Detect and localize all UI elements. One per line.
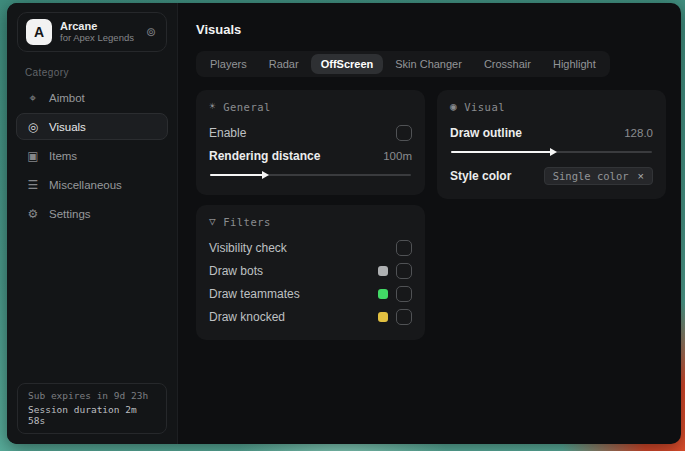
gear-icon: ⚙ bbox=[26, 207, 40, 221]
sidebar-item-settings[interactable]: ⚙ Settings bbox=[16, 200, 168, 227]
visibility-check-checkbox[interactable] bbox=[396, 240, 412, 256]
brand-card: A Arcane for Apex Legends ⊚ bbox=[17, 12, 167, 52]
panel-grid: ☀ General Enable Rendering distance 100m bbox=[196, 90, 666, 340]
category-label: Category bbox=[25, 67, 177, 78]
filters-panel: ▽ Filters Visibility check Draw bots bbox=[196, 205, 425, 340]
left-column: ☀ General Enable Rendering distance 100m bbox=[196, 90, 425, 340]
sidebar-nav: ⌖ Aimbot ◎ Visuals ▣ Items ☰ Miscellaneo… bbox=[7, 84, 177, 227]
draw-knocked-row: Draw knocked bbox=[209, 306, 412, 327]
box-icon: ▣ bbox=[26, 149, 40, 163]
draw-outline-slider[interactable] bbox=[451, 147, 652, 157]
brand-text: Arcane for Apex Legends bbox=[60, 20, 136, 44]
style-color-select[interactable]: Single color × bbox=[544, 167, 653, 185]
sidebar-item-label: Visuals bbox=[49, 121, 86, 133]
general-panel-title: General bbox=[223, 101, 271, 113]
eye-icon: ◉ bbox=[450, 100, 457, 113]
draw-knocked-color-swatch[interactable] bbox=[378, 312, 388, 322]
visual-panel: ◉ Visual Draw outline 128.0 Style color bbox=[437, 90, 666, 199]
funnel-icon: ▽ bbox=[209, 215, 216, 228]
rendering-distance-slider[interactable] bbox=[210, 170, 411, 180]
sidebar: A Arcane for Apex Legends ⊚ Category ⌖ A… bbox=[7, 3, 178, 444]
slider-fill bbox=[451, 151, 552, 153]
tab-players[interactable]: Players bbox=[200, 54, 257, 74]
draw-bots-checkbox[interactable] bbox=[396, 263, 412, 279]
crosshair-icon: ⌖ bbox=[26, 91, 40, 105]
enable-label: Enable bbox=[209, 126, 246, 140]
draw-outline-row: Draw outline 128.0 bbox=[450, 122, 653, 143]
app-subtitle: for Apex Legends bbox=[60, 33, 136, 44]
rendering-distance-value: 100m bbox=[383, 150, 412, 162]
enable-row: Enable bbox=[209, 122, 412, 143]
rendering-distance-row: Rendering distance 100m bbox=[209, 145, 412, 166]
general-panel: ☀ General Enable Rendering distance 100m bbox=[196, 90, 425, 195]
page-title: Visuals bbox=[196, 22, 666, 37]
app-title: Arcane bbox=[60, 20, 136, 33]
tab-skin-changer[interactable]: Skin Changer bbox=[385, 54, 472, 74]
draw-bots-label: Draw bots bbox=[209, 264, 263, 278]
sub-expires-text: Sub expires in 9d 23h bbox=[28, 390, 156, 401]
sun-icon: ☀ bbox=[209, 100, 216, 113]
draw-teammates-checkbox[interactable] bbox=[396, 286, 412, 302]
target-icon[interactable]: ⊚ bbox=[144, 23, 158, 41]
rendering-distance-label: Rendering distance bbox=[209, 149, 320, 163]
app-logo: A bbox=[26, 19, 52, 45]
close-icon[interactable]: × bbox=[638, 170, 644, 182]
style-color-label: Style color bbox=[450, 169, 511, 183]
main-content: Visuals Players Radar OffScreen Skin Cha… bbox=[178, 3, 681, 444]
tab-radar[interactable]: Radar bbox=[259, 54, 309, 74]
style-color-value: Single color bbox=[553, 170, 629, 182]
app-window: A Arcane for Apex Legends ⊚ Category ⌖ A… bbox=[7, 3, 681, 444]
slider-fill bbox=[210, 174, 264, 176]
enable-checkbox[interactable] bbox=[396, 125, 412, 141]
draw-outline-value: 128.0 bbox=[624, 127, 653, 139]
draw-knocked-label: Draw knocked bbox=[209, 310, 285, 324]
sliders-icon: ☰ bbox=[26, 178, 40, 192]
draw-bots-row: Draw bots bbox=[209, 260, 412, 281]
tab-crosshair[interactable]: Crosshair bbox=[474, 54, 541, 74]
scan-eye-icon: ◎ bbox=[26, 120, 40, 134]
sidebar-item-label: Settings bbox=[49, 208, 91, 220]
sidebar-item-miscellaneous[interactable]: ☰ Miscellaneous bbox=[16, 171, 168, 198]
sidebar-item-aimbot[interactable]: ⌖ Aimbot bbox=[16, 84, 168, 111]
tab-offscreen[interactable]: OffScreen bbox=[311, 54, 384, 74]
draw-teammates-row: Draw teammates bbox=[209, 283, 412, 304]
session-duration-text: Session duration 2m 58s bbox=[28, 404, 156, 426]
general-panel-header: ☀ General bbox=[209, 100, 412, 113]
style-color-row: Style color Single color × bbox=[450, 165, 653, 186]
draw-teammates-color-swatch[interactable] bbox=[378, 289, 388, 299]
visibility-check-label: Visibility check bbox=[209, 241, 287, 255]
visual-panel-title: Visual bbox=[464, 101, 505, 113]
filters-panel-header: ▽ Filters bbox=[209, 215, 412, 228]
draw-bots-color-swatch[interactable] bbox=[378, 266, 388, 276]
sidebar-item-visuals[interactable]: ◎ Visuals bbox=[16, 113, 168, 140]
sidebar-item-items[interactable]: ▣ Items bbox=[16, 142, 168, 169]
filters-panel-title: Filters bbox=[223, 216, 271, 228]
slider-thumb[interactable] bbox=[262, 171, 269, 179]
slider-thumb[interactable] bbox=[550, 148, 557, 156]
right-column: ◉ Visual Draw outline 128.0 Style color bbox=[437, 90, 666, 199]
visuals-tabbar: Players Radar OffScreen Skin Changer Cro… bbox=[196, 51, 610, 77]
subscription-status-card: Sub expires in 9d 23h Session duration 2… bbox=[17, 383, 167, 434]
draw-knocked-checkbox[interactable] bbox=[396, 309, 412, 325]
sidebar-item-label: Items bbox=[49, 150, 77, 162]
draw-teammates-label: Draw teammates bbox=[209, 287, 300, 301]
sidebar-item-label: Aimbot bbox=[49, 92, 85, 104]
visibility-check-row: Visibility check bbox=[209, 237, 412, 258]
visual-panel-header: ◉ Visual bbox=[450, 100, 653, 113]
sidebar-item-label: Miscellaneous bbox=[49, 179, 122, 191]
tab-highlight[interactable]: Highlight bbox=[543, 54, 606, 74]
draw-outline-label: Draw outline bbox=[450, 126, 522, 140]
